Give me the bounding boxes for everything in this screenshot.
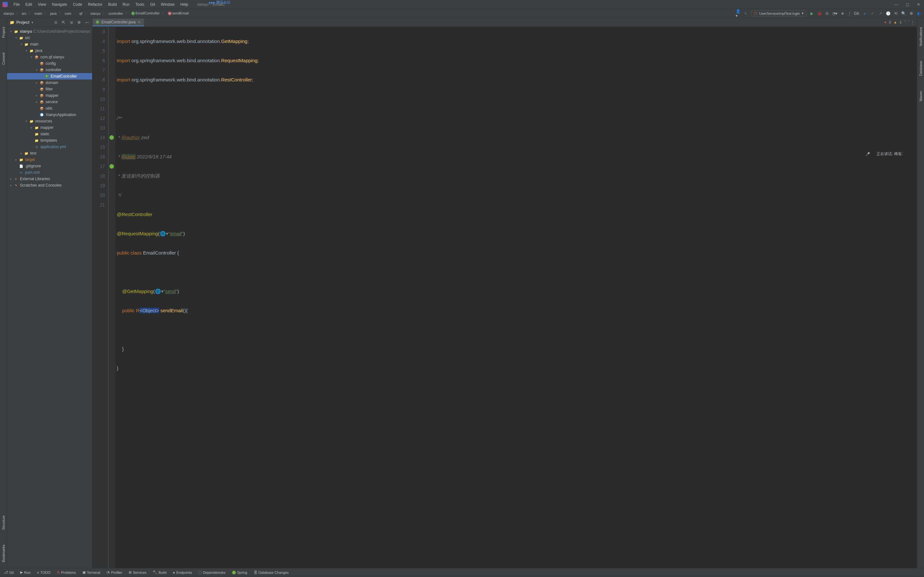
tree-ext-libs[interactable]: ▸⊪External Libraries xyxy=(7,176,92,182)
bt-build[interactable]: 🔨 Build xyxy=(153,570,166,574)
run-button[interactable]: ▶ xyxy=(809,11,814,16)
tree-controller[interactable]: ▾📦controller xyxy=(7,67,92,73)
meeting-speaking-overlay[interactable]: 🎤 正在讲话: 稀客: xyxy=(861,149,907,159)
bt-run[interactable]: ▶ Run xyxy=(20,570,31,574)
bt-endpoints[interactable]: ● Endpoints xyxy=(173,571,192,574)
menu-edit[interactable]: Edit xyxy=(23,2,35,7)
bc-method[interactable]: msendEmail xyxy=(167,11,190,16)
tree-utils[interactable]: 📦utils xyxy=(7,105,92,111)
panel-dropdown-icon[interactable]: ▾ xyxy=(31,20,33,25)
rail-notifications[interactable]: Notifications xyxy=(919,24,923,49)
menu-run[interactable]: Run xyxy=(120,2,132,7)
tree-email-controller[interactable]: CEmailController xyxy=(7,73,92,79)
bt-profiler[interactable]: ◔ Profiler xyxy=(107,570,122,574)
collapse-all-icon[interactable]: ⇲ xyxy=(69,20,74,25)
bc-com[interactable]: com xyxy=(64,11,73,16)
tencent-meeting-overlay[interactable]: ●●● 腾讯会议 xyxy=(208,0,230,5)
menu-navigate[interactable]: Navigate xyxy=(49,2,69,7)
rail-structure[interactable]: Structure xyxy=(2,513,5,532)
tree-pom[interactable]: mpom.xml xyxy=(7,169,92,176)
git-commit-icon[interactable]: ✓ xyxy=(870,11,875,16)
bt-spring[interactable]: ⬤ Spring xyxy=(232,570,247,574)
stop-button[interactable]: ■ xyxy=(840,11,845,16)
select-opened-icon[interactable]: ⊙ xyxy=(54,20,59,25)
web-icon[interactable]: 🌐▾ xyxy=(160,231,168,236)
next-highlight-icon[interactable]: ˅ xyxy=(908,20,910,24)
rail-commit[interactable]: Commit xyxy=(2,50,5,67)
bc-src[interactable]: src xyxy=(21,11,27,16)
tree-gitignore[interactable]: 📄.gitignore xyxy=(7,163,92,169)
git-history-icon[interactable]: 🕐 xyxy=(885,11,891,16)
rail-database[interactable]: Database xyxy=(919,58,923,79)
tree-xianyu-app[interactable]: ⬤XianyuApplication xyxy=(7,111,92,118)
web-icon[interactable]: 🌐▾ xyxy=(155,288,164,294)
tab-close-icon[interactable]: ✕ xyxy=(137,20,141,24)
run-config-selector[interactable]: ⬡ UserServiceImplTest.login ▾ xyxy=(751,10,806,16)
back-nav-icon[interactable]: ↖ xyxy=(743,11,748,16)
bt-todo[interactable]: ≡ TODO xyxy=(37,571,50,574)
settings-icon[interactable]: ⚙ xyxy=(909,11,914,16)
menu-git[interactable]: Git xyxy=(148,2,158,7)
menu-build[interactable]: Build xyxy=(105,2,120,7)
rail-project[interactable]: Project xyxy=(2,24,5,40)
tab-email-controller[interactable]: C EmailController.java ✕ xyxy=(92,19,144,26)
menu-window[interactable]: Window xyxy=(158,2,177,7)
code-content[interactable]: import org.springframework.web.bind.anno… xyxy=(115,27,917,568)
bt-services[interactable]: ⊞ Services xyxy=(129,570,146,574)
tree-domain[interactable]: ▸📦domain xyxy=(7,79,92,86)
bc-java[interactable]: java xyxy=(49,11,57,16)
bc-qf[interactable]: qf xyxy=(78,11,83,16)
tree-mapper[interactable]: ▸📦mapper xyxy=(7,92,92,99)
project-tree[interactable]: ▾📁xianyuC:\Users\zed\IdeaProjects\xianyu… xyxy=(7,27,92,568)
rail-maven[interactable]: Maven xyxy=(919,88,923,104)
tree-app-yml[interactable]: ⚙application.yml xyxy=(7,143,92,150)
spring-bean-icon[interactable] xyxy=(109,135,114,140)
prev-highlight-icon[interactable]: ˄ xyxy=(904,20,906,24)
tree-service[interactable]: ▸📦service xyxy=(7,99,92,105)
menu-help[interactable]: Help xyxy=(178,2,191,7)
bt-git[interactable]: ⎇ Git xyxy=(4,570,14,574)
plugin-icon[interactable]: ◐ xyxy=(916,11,921,16)
tree-test[interactable]: ▸📁test xyxy=(7,150,92,156)
maximize-button[interactable]: ▢ xyxy=(905,2,911,7)
git-push-icon[interactable]: ↗ xyxy=(878,11,883,16)
tree-res-mapper[interactable]: ▸📁mapper xyxy=(7,124,92,131)
coverage-button[interactable]: ⊙ xyxy=(825,11,830,16)
tree-resources[interactable]: ▾📁resources xyxy=(7,118,92,124)
bt-db-changes[interactable]: 🗄 Database Changes xyxy=(254,571,289,574)
menu-file[interactable]: File xyxy=(11,2,22,7)
tree-static[interactable]: 📁static xyxy=(7,131,92,137)
minimize-button[interactable]: — xyxy=(893,2,899,7)
menu-view[interactable]: View xyxy=(35,2,49,7)
close-button[interactable]: ✕ xyxy=(916,2,921,7)
bc-xianyu[interactable]: xianyu xyxy=(89,11,102,16)
bt-terminal[interactable]: ▣ Terminal xyxy=(82,570,100,574)
menu-code[interactable]: Code xyxy=(70,2,85,7)
debug-button[interactable]: 🐞 xyxy=(817,11,822,16)
hide-panel-icon[interactable]: — xyxy=(85,20,89,25)
profile-button[interactable]: ◔▾ xyxy=(832,11,837,16)
tree-templates[interactable]: 📁templates xyxy=(7,137,92,143)
menu-tools[interactable]: Tools xyxy=(133,2,147,7)
tree-package[interactable]: ▾📦com.qf.xianyu xyxy=(7,54,92,60)
rail-bookmarks[interactable]: Bookmarks xyxy=(2,542,5,565)
tabs-menu-icon[interactable]: ⋮ xyxy=(911,20,917,25)
bc-controller[interactable]: controller xyxy=(107,11,124,16)
tree-scratches[interactable]: ▸✎Scratches and Consoles xyxy=(7,182,92,189)
tree-src[interactable]: ▾📁src xyxy=(7,35,92,41)
bt-problems[interactable]: ⊘ Problems xyxy=(57,570,76,574)
bc-project[interactable]: xianyu xyxy=(3,11,15,16)
add-user-icon[interactable]: 👤▾ xyxy=(736,11,741,16)
bc-main[interactable]: main xyxy=(33,11,43,16)
tree-config[interactable]: 📦config xyxy=(7,60,92,67)
menu-refactor[interactable]: Refactor xyxy=(86,2,105,7)
bt-dependencies[interactable]: ⬚ Dependencies xyxy=(198,570,225,574)
git-rollback-icon[interactable]: ⟲ xyxy=(893,11,898,16)
bc-class[interactable]: CEmailController xyxy=(130,11,161,16)
tree-filter[interactable]: 📦filter xyxy=(7,86,92,92)
tree-main[interactable]: ▾📁main xyxy=(7,41,92,47)
tree-root[interactable]: ▾📁xianyuC:\Users\zed\IdeaProjects\xianyu xyxy=(7,28,92,35)
expand-all-icon[interactable]: ⇱ xyxy=(62,20,66,25)
tree-java[interactable]: ▾📁java xyxy=(7,47,92,54)
spring-bean-icon[interactable] xyxy=(109,164,114,169)
